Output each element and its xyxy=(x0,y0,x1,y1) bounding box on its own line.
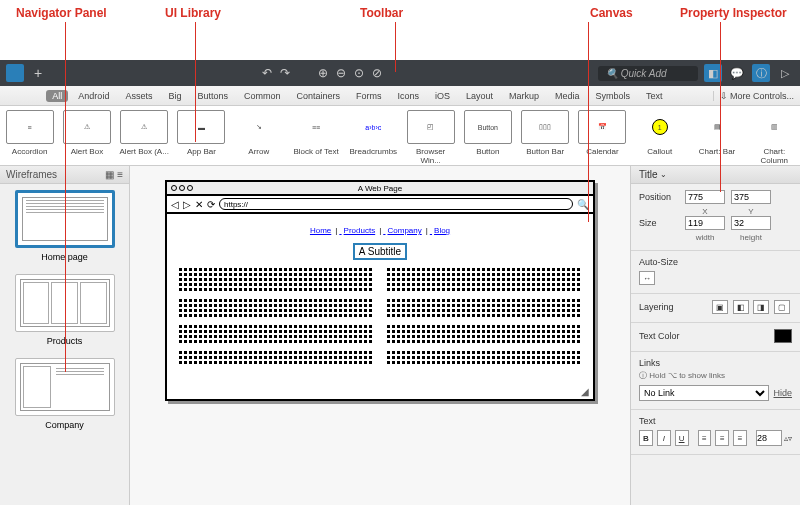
lib-item-accordion[interactable]: ≡Accordion xyxy=(4,110,55,165)
align-right-button[interactable]: ≡ xyxy=(733,430,747,446)
annotation-navigator: Navigator Panel xyxy=(16,6,107,20)
lib-tab-android[interactable]: Android xyxy=(72,90,115,102)
more-controls-button[interactable]: ⇩ More Controls... xyxy=(713,91,794,101)
comments-icon[interactable]: 💬 xyxy=(728,64,746,82)
library-category-bar: All Android Assets Big Buttons Common Co… xyxy=(0,86,800,106)
subtitle-widget-selected[interactable]: A Subtitle xyxy=(353,243,407,260)
lib-tab-ios[interactable]: iOS xyxy=(429,90,456,102)
chevron-down-icon: ⌄ xyxy=(660,170,667,179)
view-toggle-icon[interactable]: ▦ ≡ xyxy=(105,169,123,180)
lib-tab-media[interactable]: Media xyxy=(549,90,586,102)
lib-tab-forms[interactable]: Forms xyxy=(350,90,388,102)
lib-tab-big[interactable]: Big xyxy=(162,90,187,102)
lib-tab-common[interactable]: Common xyxy=(238,90,287,102)
annotation-inspector: Property Inspector xyxy=(680,6,787,20)
autosize-button[interactable]: ↔ xyxy=(639,271,655,285)
hide-link-button[interactable]: Hide xyxy=(773,388,792,398)
text-section-label: Text xyxy=(639,416,792,426)
browser-url-bar: ◁ ▷ ✕ ⟳ https:// 🔍 xyxy=(167,196,593,214)
undo-icon[interactable]: ↶ xyxy=(262,66,272,80)
lib-tab-icons[interactable]: Icons xyxy=(392,90,426,102)
text-block-right xyxy=(387,268,581,372)
position-label: Position xyxy=(639,192,679,202)
property-inspector-panel: Title⌄ Position XY Size widthheight Auto… xyxy=(630,166,800,505)
lib-item-breadcrumbs[interactable]: a›b›cBreadcrumbs xyxy=(348,110,399,165)
lib-item-calendar[interactable]: 📅Calendar xyxy=(577,110,628,165)
back-icon: ◁ xyxy=(171,199,179,210)
lib-item-chart-bar[interactable]: ▤Chart: Bar xyxy=(691,110,742,165)
lib-tab-layout[interactable]: Layout xyxy=(460,90,499,102)
nav-item-home-page[interactable]: Home page xyxy=(0,184,129,268)
lib-item-button[interactable]: ButtonButton xyxy=(462,110,513,165)
page-nav-links: Home| Products| Company| Blog xyxy=(179,226,581,235)
links-label: Links xyxy=(639,358,792,368)
text-block-left xyxy=(179,268,373,372)
zoom-actual-icon[interactable]: ⊖ xyxy=(336,66,346,80)
close-icon: ✕ xyxy=(195,199,203,210)
markup-toggle-icon[interactable]: ⊘ xyxy=(372,66,382,80)
navigator-panel: Wireframes ▦ ≡ Home page Products Compan… xyxy=(0,166,130,505)
resize-grip-icon[interactable]: ◢ xyxy=(167,384,593,399)
font-size-stepper-icon[interactable]: ▵▿ xyxy=(784,434,792,443)
annotation-canvas: Canvas xyxy=(590,6,633,20)
lib-item-alert-box[interactable]: ⚠Alert Box xyxy=(61,110,112,165)
links-hint: Hold ⌥ to show links xyxy=(649,371,725,380)
autosize-label: Auto-Size xyxy=(639,257,792,267)
nav-item-products[interactable]: Products xyxy=(0,268,129,352)
position-x-input[interactable] xyxy=(685,190,725,204)
zoom-fit-icon[interactable]: ⊕ xyxy=(318,66,328,80)
align-center-button[interactable]: ≡ xyxy=(715,430,729,446)
send-backward-icon[interactable]: ◨ xyxy=(753,300,769,314)
lib-tab-text[interactable]: Text xyxy=(640,90,669,102)
navigator-header: Wireframes ▦ ≡ xyxy=(0,166,129,184)
add-button[interactable]: + xyxy=(30,65,46,81)
lib-tab-buttons[interactable]: Buttons xyxy=(191,90,234,102)
info-icon[interactable]: ⓘ xyxy=(752,64,770,82)
nav-item-company[interactable]: Company xyxy=(0,352,129,436)
size-width-input[interactable] xyxy=(685,216,725,230)
quick-add-input[interactable]: 🔍 Quick Add xyxy=(598,66,698,81)
bring-front-icon[interactable]: ▣ xyxy=(712,300,728,314)
redo-icon[interactable]: ↷ xyxy=(280,66,290,80)
annotation-toolbar: Toolbar xyxy=(360,6,403,20)
lib-item-alert-box-a[interactable]: ⚠Alert Box (A... xyxy=(119,110,170,165)
italic-button[interactable]: I xyxy=(657,430,671,446)
lib-item-app-bar[interactable]: ▬App Bar xyxy=(176,110,227,165)
lib-item-callout[interactable]: 1Callout xyxy=(634,110,685,165)
send-back-icon[interactable]: ▢ xyxy=(774,300,790,314)
lib-item-arrow[interactable]: ↘Arrow xyxy=(233,110,284,165)
search-icon: 🔍 xyxy=(577,199,589,210)
font-size-input[interactable] xyxy=(756,430,782,446)
bold-button[interactable]: B xyxy=(639,430,653,446)
annotation-library: UI Library xyxy=(165,6,221,20)
textcolor-label: Text Color xyxy=(639,331,680,341)
lib-item-button-bar[interactable]: ▯▯▯Button Bar xyxy=(520,110,571,165)
text-color-swatch[interactable] xyxy=(774,329,792,343)
panel-toggle-icon[interactable]: ◧ xyxy=(704,64,722,82)
play-icon[interactable]: ▷ xyxy=(776,64,794,82)
lib-tab-containers[interactable]: Containers xyxy=(290,90,346,102)
position-y-input[interactable] xyxy=(731,190,771,204)
inspector-title[interactable]: Title⌄ xyxy=(631,166,800,184)
lib-item-chart-column[interactable]: ▥Chart: Column xyxy=(749,110,800,165)
lib-tab-symbols[interactable]: Symbols xyxy=(590,90,637,102)
home-button[interactable] xyxy=(6,64,24,82)
lib-item-block-of-text[interactable]: ≡≡Block of Text xyxy=(290,110,341,165)
main-toolbar: + ↶ ↷ ⊕ ⊖ ⊙ ⊘ 🔍 Quick Add ◧ 💬 ⓘ ▷ xyxy=(0,60,800,86)
bring-forward-icon[interactable]: ◧ xyxy=(733,300,749,314)
browser-window-widget[interactable]: A Web Page ◁ ▷ ✕ ⟳ https:// 🔍 Home| Prod… xyxy=(165,180,595,401)
lib-tab-markup[interactable]: Markup xyxy=(503,90,545,102)
size-label: Size xyxy=(639,218,679,228)
forward-icon: ▷ xyxy=(183,199,191,210)
lib-item-browser-window[interactable]: ◰Browser Win... xyxy=(405,110,456,165)
underline-button[interactable]: U xyxy=(675,430,689,446)
browser-titlebar: A Web Page xyxy=(167,182,593,196)
link-select[interactable]: No Link xyxy=(639,385,769,401)
align-left-button[interactable]: ≡ xyxy=(698,430,712,446)
canvas-area[interactable]: A Web Page ◁ ▷ ✕ ⟳ https:// 🔍 Home| Prod… xyxy=(130,166,630,505)
size-height-input[interactable] xyxy=(731,216,771,230)
zoom-icon[interactable]: ⊙ xyxy=(354,66,364,80)
layering-label: Layering xyxy=(639,302,674,312)
lib-tab-all[interactable]: All xyxy=(46,90,68,102)
lib-tab-assets[interactable]: Assets xyxy=(119,90,158,102)
